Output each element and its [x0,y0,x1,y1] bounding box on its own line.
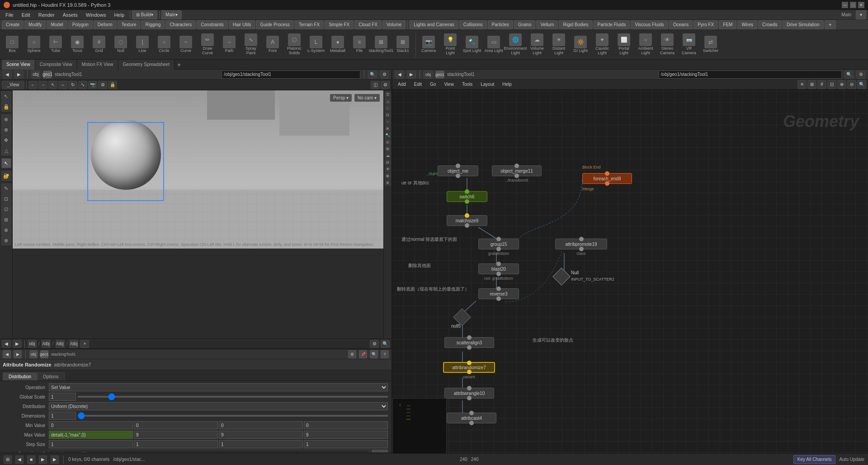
vellum-btn[interactable]: Vellum [536,20,558,29]
menu-help[interactable]: Help [110,11,128,19]
viscous-fluids-btn[interactable]: Viscous Fluids [631,20,668,29]
add-shelf-btn[interactable]: + [825,20,836,29]
rh-back-btn[interactable]: ◀ [395,70,404,79]
status-tl-play[interactable]: ▶ [39,456,47,464]
texture-btn[interactable]: Texture [118,20,141,29]
param-gear-btn[interactable]: ⚙ [348,350,356,358]
shelf-caustic-light[interactable]: ✦ Caustic Light [592,33,613,56]
shelf-platonic[interactable]: ⬡ Platonic Solids [284,33,305,56]
rt-btn-3[interactable]: ○ [385,105,391,111]
node-object-merge11[interactable]: object_merge11 ../transform5 [492,165,542,176]
deform-btn[interactable]: Deform [94,20,117,29]
shelf-env-light[interactable]: 🌐 Environment Light [505,33,526,56]
rt-btn-11[interactable]: ⊟ [385,159,391,165]
maximize-button[interactable]: □ [850,2,856,8]
shelf-metaball[interactable]: ● Metaball [327,35,348,54]
tab-composite-view[interactable]: Composite View [35,60,77,70]
rt-btn-13[interactable]: ⊠ [385,173,391,179]
tool-edit4[interactable]: ⊞ [1,215,11,225]
persp-btn[interactable]: Persp ▾ [330,94,352,102]
min-value-1[interactable] [49,421,133,429]
particles-btn[interactable]: Particles [488,20,513,29]
shelf-path[interactable]: → Path [219,35,240,54]
vt-camera-btn[interactable]: 📷 [88,81,97,89]
particle-fluids-btn[interactable]: Particle Fluids [594,20,630,29]
rm-zoom-in-btn[interactable]: ⊕ [837,80,846,89]
tool-edit2[interactable]: ⊡ [1,194,11,204]
shelf-grid[interactable]: # Grid [89,35,109,54]
shelf-volume-light[interactable]: ☁ Volume Light [527,33,547,56]
node-switch6[interactable]: switch6 [447,191,487,202]
rt-btn-9[interactable]: ⊞ [385,146,391,152]
rt-btn-4[interactable]: ⊡ [385,112,391,118]
step-size-4[interactable] [304,440,388,448]
shelf-ambient-light[interactable]: ○ Ambient Light [635,33,656,56]
rm-zoom-out-btn[interactable]: ⊖ [847,80,856,89]
rt-btn-14[interactable]: ⊗ [385,179,391,186]
obj-btn[interactable]: obj [31,70,40,79]
min-value-3[interactable] [219,421,303,429]
path-zoom-btn[interactable]: 🔍 [381,340,390,348]
shelf-spot-light[interactable]: 🔦 Spot Light [462,35,482,54]
vt-arrow-btn[interactable]: ← [28,81,38,89]
pyro-fx-btn[interactable]: Pyro FX [693,20,718,29]
node-attribcast4[interactable]: attribcast4 [447,413,496,423]
shelf-stacking-tool[interactable]: ⊠ stackingTool1 [371,35,392,54]
node-object-merge[interactable]: object_me [438,165,478,176]
shelf-switcher[interactable]: ⇄ Switcher [700,35,721,54]
param-zoom-btn[interactable]: 🔍 [370,350,378,358]
node-box-foreach[interactable]: foreach_end8 [582,173,632,184]
param-tab-distribution[interactable]: Distribution [3,372,37,380]
rm-view[interactable]: View [440,81,458,88]
path-fwd-btn[interactable]: ▶ [13,340,22,348]
rm-grid-btn[interactable]: # [817,80,826,89]
rt-btn-8[interactable]: ◎ [385,139,391,145]
tab-add-button[interactable]: + [175,60,184,69]
vt-lock-btn[interactable]: 🔒 [108,81,117,89]
nocam-btn[interactable]: No cam ▾ [354,94,380,102]
shelf-stereo-cam[interactable]: 👁 Stereo Camera [657,33,678,56]
node-reverse3[interactable]: reverse3 [478,288,519,299]
rigid-bodies-btn[interactable]: Rigid Bodies [559,20,592,29]
rigging-btn[interactable]: Rigging [141,20,165,29]
vt-move-btn[interactable]: ↔ [58,81,67,89]
vt-rotate-btn[interactable]: ↻ [68,81,77,89]
menu-assets[interactable]: Assets [59,11,81,19]
status-tl-prev[interactable]: ◀ [15,456,24,464]
shelf-area-light[interactable]: ▭ Area Light [483,35,504,54]
path-settings-btn[interactable]: ⚙ [370,340,379,348]
global-scale-input[interactable] [49,393,76,401]
rt-btn-6[interactable]: ⊕ [385,125,391,132]
rm-edit[interactable]: Edit [410,81,425,88]
tab-motion-fx-view[interactable]: Motion FX View [77,60,118,70]
path-add-btn[interactable]: + [80,340,89,348]
view-title-btn[interactable]: _View [2,81,24,89]
collisions-btn[interactable]: Collisions [459,20,487,29]
node-box-object-merge11[interactable]: object_merge11 [492,165,542,176]
tool-edit6[interactable]: ⊗ [1,235,11,245]
node-attribwrangle10[interactable]: attribwrangle10 [444,388,494,399]
shelf-circle[interactable]: ○ Circle [154,35,175,54]
max-value-4[interactable] [304,431,388,439]
node-box-attribcast[interactable]: attribcast4 [447,413,496,423]
param-back-btn[interactable]: ◀ [3,350,11,358]
viewport-fwd-btn[interactable]: ▶ [14,70,24,79]
rm-copy-btn[interactable]: ⊞ [807,80,816,89]
geo1-btn[interactable]: geo1 [43,70,52,79]
tool-locked[interactable]: 🔒 [1,102,11,112]
vp-zoom-btn[interactable]: 🔍 [368,70,377,79]
modify-btn[interactable]: Modify [24,20,46,29]
vt-scale-btn[interactable]: ⤡ [78,81,87,89]
rm-close-btn[interactable]: ✕ [797,80,807,89]
shelf-null[interactable]: ◌ Null [110,35,131,54]
shelf-draw-curve[interactable]: ✏ Draw Curve [197,33,218,56]
node-box-matchsize[interactable]: matchsize9 [447,215,487,226]
max-value-1[interactable] [49,431,133,439]
rm-go[interactable]: Go [426,81,439,88]
node-null5[interactable]: null5 [456,311,468,324]
shelf-tube[interactable]: ⊢ Tube [45,35,66,54]
rh-obj-btn[interactable]: obj [424,70,433,79]
node-box-wrangler[interactable]: attribwrangle10 [444,388,494,399]
rt-btn-2[interactable]: △ [385,98,391,104]
status-tl-start[interactable]: ⊞ [4,456,12,464]
